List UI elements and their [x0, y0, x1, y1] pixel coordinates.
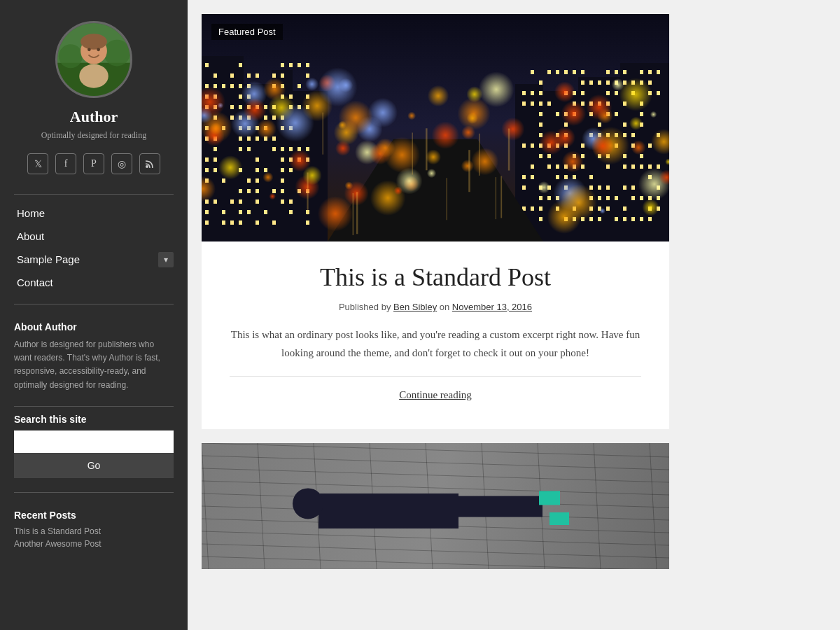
svg-point-2 — [59, 44, 83, 68]
post-content: This is a Standard Post Published by Ben… — [202, 241, 669, 429]
nav-link-home[interactable]: Home — [14, 202, 174, 225]
post-date-link[interactable]: November 13, 2016 — [452, 302, 532, 312]
continue-reading-link[interactable]: Continue reading — [230, 389, 641, 401]
search-label: Search this site — [14, 414, 174, 425]
featured-post-image-wrap: Featured Post — [202, 14, 669, 241]
featured-post-image — [202, 14, 669, 241]
svg-point-9 — [146, 165, 148, 168]
nav-link-about[interactable]: About — [14, 225, 174, 248]
post-divider — [230, 376, 641, 377]
recent-post-link-1[interactable]: This is a Standard Post — [14, 526, 174, 536]
recent-posts-title: Recent Posts — [14, 510, 174, 521]
list-item[interactable]: Another Awesome Post — [14, 539, 174, 549]
about-section-text: Author is designed for publishers who wa… — [14, 338, 174, 392]
nav-item-contact[interactable]: Contact — [14, 271, 174, 294]
search-button[interactable]: Go — [14, 453, 174, 478]
post-meta: Published by Ben Sibley on November 13, … — [230, 302, 641, 312]
second-post-image — [202, 443, 669, 569]
search-input[interactable] — [14, 430, 174, 453]
sidebar: Author Optimally designed for reading 𝕏 … — [0, 0, 188, 630]
nav-list: Home About Sample Page ▾ Contact — [14, 202, 174, 294]
featured-post-card: Featured Post This is a Standard Post Pu… — [202, 14, 669, 429]
nav-item-sample-page[interactable]: Sample Page ▾ — [14, 248, 174, 271]
featured-badge: Featured Post — [211, 24, 283, 40]
second-post-card — [202, 443, 669, 569]
svg-point-3 — [104, 40, 130, 66]
nav-link-contact[interactable]: Contact — [14, 271, 174, 294]
social-icons-row: 𝕏 f P ◎ — [27, 153, 160, 174]
nav-link-sample-page[interactable]: Sample Page — [14, 248, 83, 271]
sidebar-divider-4 — [14, 492, 174, 493]
svg-point-6 — [79, 64, 108, 88]
facebook-icon[interactable]: f — [55, 153, 76, 174]
recent-post-link-2[interactable]: Another Awesome Post — [14, 539, 174, 549]
twitter-icon[interactable]: 𝕏 — [27, 153, 48, 174]
avatar — [55, 21, 132, 98]
author-name: Author — [70, 108, 118, 126]
post-excerpt: This is what an ordinary post looks like… — [230, 326, 641, 362]
svg-point-7 — [88, 48, 91, 51]
pinterest-icon[interactable]: P — [83, 153, 104, 174]
nav-item-home[interactable]: Home — [14, 202, 174, 225]
main-content: Featured Post This is a Standard Post Pu… — [188, 0, 840, 630]
second-post-image-wrap — [202, 443, 669, 569]
nav-item-about[interactable]: About — [14, 225, 174, 248]
sidebar-divider-2 — [14, 304, 174, 304]
sidebar-divider-3 — [14, 406, 174, 407]
svg-point-8 — [97, 48, 100, 51]
about-section-title: About Author — [14, 321, 174, 332]
post-author-link[interactable]: Ben Sibley — [393, 302, 437, 312]
post-title: This is a Standard Post — [230, 262, 641, 292]
rss-icon[interactable] — [139, 153, 160, 174]
recent-posts-list: This is a Standard Post Another Awesome … — [14, 526, 174, 552]
svg-point-5 — [80, 34, 107, 50]
author-tagline: Optimally designed for reading — [41, 130, 146, 141]
list-item[interactable]: This is a Standard Post — [14, 526, 174, 536]
sample-page-expand-button[interactable]: ▾ — [158, 252, 174, 267]
sidebar-divider-1 — [14, 194, 174, 195]
instagram-icon[interactable]: ◎ — [111, 153, 132, 174]
